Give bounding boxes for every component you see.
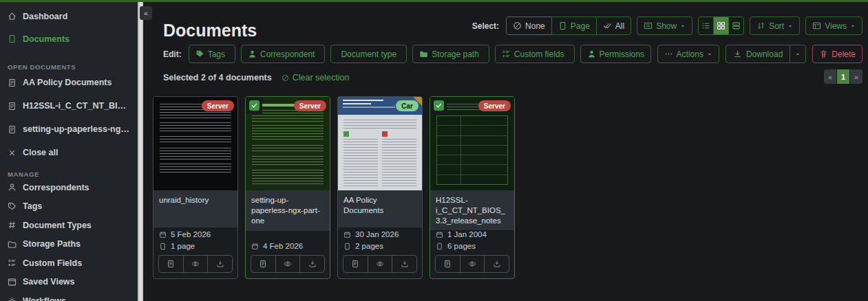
- edit-custom-fields-button[interactable]: Custom fields: [495, 45, 575, 63]
- sidebar-item-correspondents[interactable]: Correspondents: [0, 178, 138, 197]
- document-thumbnail-area[interactable]: Server: [154, 97, 237, 190]
- sidebar-item-workflows[interactable]: Workflows: [0, 291, 138, 301]
- caret-down-icon: [795, 52, 801, 57]
- sidebar-item-label: AA Policy Documents: [23, 78, 112, 87]
- sidebar-collapse-button[interactable]: «: [140, 6, 152, 20]
- edit-correspondent-button[interactable]: Correspondent: [241, 45, 325, 63]
- open-document-button[interactable]: [435, 255, 461, 273]
- document-card[interactable]: Serverunraid_history5 Feb 20261 page: [153, 96, 238, 279]
- sidebar-scrollbar[interactable]: [138, 2, 143, 301]
- sidebar-item-label: Custom Fields: [23, 258, 82, 268]
- file-text-icon: [167, 260, 175, 268]
- download-document-button[interactable]: [484, 255, 509, 273]
- document-thumbnail-area[interactable]: Car: [338, 97, 422, 190]
- sort-button[interactable]: Sort: [750, 16, 800, 35]
- preview-button[interactable]: [183, 255, 209, 273]
- document-thumbnail-area[interactable]: Server: [430, 97, 514, 190]
- tag-badge[interactable]: Server: [478, 100, 511, 111]
- sidebar-item-label: Documents: [23, 34, 70, 44]
- select-none-button[interactable]: None: [506, 16, 552, 35]
- text-box-icon: [644, 21, 653, 30]
- file-text-icon: [259, 260, 267, 268]
- select-all-button[interactable]: All: [596, 16, 631, 35]
- preview-button[interactable]: [275, 255, 301, 273]
- download-document-button[interactable]: [207, 255, 233, 273]
- person-fill-icon: [248, 49, 257, 58]
- caret-down-icon: [707, 52, 712, 57]
- download-document-button[interactable]: [299, 255, 325, 273]
- actions-button[interactable]: Actions: [657, 45, 719, 63]
- open-document-button[interactable]: [251, 255, 276, 273]
- show-button[interactable]: Show: [637, 16, 692, 35]
- view-mode-list-button[interactable]: [698, 16, 714, 35]
- view-mode-grid-button[interactable]: [713, 16, 729, 35]
- tag-badge[interactable]: Server: [294, 100, 326, 111]
- calendar-icon: [159, 231, 167, 238]
- preview-button[interactable]: [368, 255, 393, 273]
- pagination-next[interactable]: »: [850, 69, 862, 84]
- views-button[interactable]: Views: [805, 16, 862, 35]
- edit-toolbar: Edit: TagsCorrespondentDocument typeStor…: [163, 45, 651, 63]
- card-checkbox[interactable]: [430, 97, 447, 113]
- document-title[interactable]: unraid_history: [154, 190, 237, 227]
- eye-icon: [191, 260, 200, 268]
- main-content: Documents Select: NonePageAll Show Sort …: [143, 2, 868, 301]
- page-icon: [159, 243, 167, 250]
- sidebar-item-storage-paths[interactable]: Storage Paths: [0, 235, 138, 254]
- sidebar-item-aa-policy-documents[interactable]: AA Policy Documents: [0, 71, 138, 94]
- document-card[interactable]: ServerH12SSL-i_C_CT_NT_BIOS_3.3_release_…: [430, 96, 515, 279]
- download-button[interactable]: Download: [726, 45, 790, 63]
- open-document-button[interactable]: [158, 255, 184, 273]
- clear-selection-link[interactable]: Clear selection: [282, 73, 350, 82]
- download-tray-icon: [216, 260, 224, 268]
- tag-badge[interactable]: Car: [396, 100, 419, 111]
- sidebar-item-dashboard[interactable]: Dashboard: [0, 5, 138, 27]
- edit-tags-button[interactable]: Tags: [189, 45, 235, 63]
- sidebar-item-documents[interactable]: Documents: [0, 27, 138, 50]
- views-layout-icon: [812, 21, 821, 30]
- file-icon: [558, 21, 567, 30]
- delete-button[interactable]: Delete: [812, 45, 862, 63]
- tag-badge[interactable]: Server: [202, 100, 234, 111]
- document-title[interactable]: AA Policy Documents: [338, 190, 422, 227]
- tag-fill-icon: [195, 49, 204, 58]
- view-mode-hdd-stack-button[interactable]: [728, 16, 744, 35]
- eye-icon: [284, 260, 292, 268]
- document-title[interactable]: setting-up-paperless-ngx-part-one: [246, 190, 330, 231]
- open-document-button[interactable]: [343, 255, 368, 273]
- edit-button-label: Custom fields: [514, 49, 564, 59]
- sidebar-item-h12ssl-i-c-ct-nt-bios-3-3-rele-[interactable]: H12SSL-i_C_CT_NT_BIOS_3.3_rele...: [0, 94, 138, 118]
- pagination-page-1[interactable]: 1: [837, 69, 849, 84]
- document-thumbnail-area[interactable]: Server: [246, 97, 330, 190]
- list-icon: [701, 21, 710, 30]
- edit-document-type-button[interactable]: Document type: [330, 45, 407, 63]
- file-text-icon: [351, 260, 359, 268]
- card-action-bar: [435, 255, 509, 273]
- document-title[interactable]: H12SSL-i_C_CT_NT_BIOS_3.3_release_notes: [430, 190, 514, 230]
- document-card[interactable]: CarAA Policy Documents30 Jan 20262 pages: [337, 96, 423, 279]
- file-icon: [8, 34, 17, 43]
- download-options-button[interactable]: [790, 45, 805, 63]
- sidebar-section-header: MANAGE: [0, 168, 138, 178]
- edit-storage-path-button[interactable]: Storage path: [412, 45, 489, 63]
- caret-down-icon: [787, 23, 793, 29]
- select-page-button[interactable]: Page: [551, 16, 597, 35]
- sidebar-item-setting-up-paperless-ngx-part-one[interactable]: setting-up-paperless-ngx-part-one: [0, 118, 138, 141]
- sidebar-item-saved-views[interactable]: Saved Views: [0, 273, 138, 292]
- preview-button[interactable]: [460, 255, 485, 273]
- card-checkbox[interactable]: [246, 97, 262, 113]
- document-card[interactable]: Serversetting-up-paperless-ngx-part-one4…: [245, 96, 330, 279]
- file-text-icon: [443, 260, 452, 268]
- pagination-prev[interactable]: «: [824, 69, 836, 84]
- edit-permissions-button[interactable]: Permissions: [580, 45, 651, 63]
- sidebar-item-close-all[interactable]: Close all: [0, 141, 138, 164]
- sidebar-item-tags[interactable]: Tags: [0, 197, 138, 216]
- select-button-label: Page: [571, 21, 590, 31]
- slash-circle-icon: [282, 74, 289, 82]
- file-text-icon: [8, 125, 17, 134]
- sidebar-item-custom-fields[interactable]: Custom Fields: [0, 254, 138, 273]
- download-document-button[interactable]: [392, 255, 417, 273]
- file-text-icon: [8, 78, 17, 87]
- sidebar-item-document-types[interactable]: Document Types: [0, 216, 138, 235]
- download-split-button: Download: [726, 45, 806, 63]
